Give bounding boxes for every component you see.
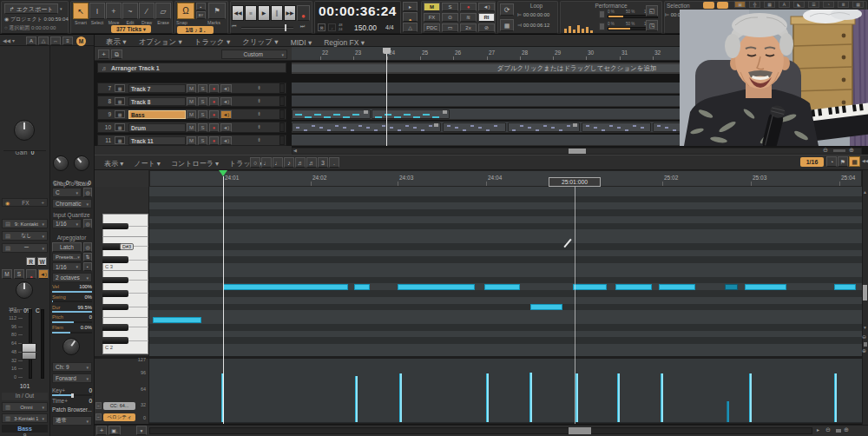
webcam-overlay (680, 10, 868, 146)
velocity-bar[interactable] (749, 373, 752, 422)
black-key-row-stripe (149, 290, 862, 297)
prv-hscrollbar[interactable] (149, 427, 812, 434)
piano-black-key[interactable] (102, 277, 128, 284)
black-key-tag: D#3 (120, 243, 134, 250)
velocity-bar[interactable] (617, 373, 620, 422)
piano-black-key[interactable] (102, 324, 128, 331)
prv-zoom-out-v-icon[interactable]: ⊖ (862, 334, 866, 340)
white-key-divider (102, 270, 148, 271)
add-controller-lane-button[interactable]: + (96, 426, 107, 435)
black-key-row-stripe (149, 256, 862, 263)
piano-black-key[interactable] (102, 223, 128, 230)
white-key-divider (128, 260, 148, 261)
white-key-divider (128, 340, 148, 341)
piano-black-key[interactable] (102, 290, 128, 297)
white-key-divider (128, 293, 148, 294)
piano-black-key[interactable] (102, 337, 128, 344)
midi-note[interactable] (573, 284, 607, 290)
velocity-bar[interactable] (355, 376, 358, 422)
lane-collapse-button[interactable]: − (95, 413, 102, 420)
controller-chip-1[interactable]: ベロシティ (103, 413, 135, 421)
velocity-lane[interactable] (149, 359, 862, 424)
midi-note[interactable] (153, 317, 201, 323)
collapse-lane-button[interactable]: ▼ (136, 426, 147, 435)
prv-edit-cursor-line (575, 187, 575, 424)
piano-white-keys[interactable] (102, 214, 148, 354)
white-key-divider (128, 280, 148, 281)
black-key-row-stripe (149, 196, 862, 203)
midi-note[interactable] (745, 284, 786, 290)
prv-vscroll-up-icon[interactable]: ▲ (863, 189, 867, 195)
velocity-scale-label: 96 (95, 370, 146, 375)
controller-chip-0[interactable]: CC: 64... (103, 402, 135, 410)
black-key-row-stripe (149, 337, 862, 344)
prv-zoom-in-v-icon[interactable]: ⊕ (862, 347, 866, 353)
prv-vscroll-thumb[interactable] (863, 285, 867, 301)
piano-black-key[interactable] (102, 256, 128, 263)
black-key-row-stripe (149, 243, 862, 250)
prv-vscroll-down-icon[interactable]: ▼ (863, 325, 867, 330)
white-key-divider (128, 226, 148, 227)
velocity-bar[interactable] (834, 373, 837, 422)
prv-zoom-in-h-icon[interactable]: ⊕ (844, 426, 849, 433)
black-key-row-stripe (149, 277, 862, 284)
piano-black-key[interactable] (102, 304, 128, 311)
velocity-bar[interactable] (399, 373, 402, 422)
prv-zoom-out-h-icon[interactable]: ⊖ (825, 426, 831, 433)
midi-note[interactable] (398, 284, 475, 290)
prv-hscroll-thumb[interactable] (569, 427, 591, 434)
key-label-C2: C 2 (105, 345, 113, 350)
velocity-bar[interactable] (529, 373, 532, 422)
prv-scroll-right-icon[interactable]: ▸ (817, 426, 819, 433)
daw-window: ↱ エクスポート ▾ ◉ プロジェクト 0:00:59:04 ○ 選択範囲 0:… (0, 0, 868, 436)
midi-note[interactable] (615, 284, 652, 290)
lane-collapse-button[interactable]: − (95, 402, 102, 409)
black-key-row-stripe (149, 304, 862, 311)
white-key-divider (128, 307, 148, 307)
velocity-bar[interactable] (661, 373, 663, 422)
midi-note[interactable] (659, 284, 695, 290)
controller-lane-options-button[interactable]: ▣, (108, 426, 121, 435)
midi-note[interactable] (223, 284, 348, 290)
white-key-divider (128, 327, 148, 327)
prv-edit-cursor-time: 25:01:000 (549, 177, 601, 187)
midi-note[interactable] (354, 284, 370, 290)
black-key-row-stripe (149, 324, 862, 331)
velocity-bar[interactable] (575, 373, 578, 422)
midi-note[interactable] (834, 284, 856, 290)
velocity-bar[interactable] (486, 373, 489, 422)
midi-note[interactable] (530, 304, 562, 310)
prv-zoom-slider-h[interactable] (836, 429, 841, 433)
white-key-divider (102, 317, 148, 318)
midi-note[interactable] (725, 284, 738, 290)
white-key-divider (102, 236, 148, 237)
velocity-scale-label: 64 (95, 386, 146, 392)
velocity-scale-label: 127 (95, 357, 146, 362)
key-label-C3: C 3 (105, 264, 113, 269)
black-key-row-stripe (149, 209, 862, 216)
prv-playhead-line (223, 176, 224, 424)
black-key-row-stripe (149, 223, 862, 230)
velocity-zero-line (149, 422, 862, 423)
midi-note[interactable] (484, 284, 520, 290)
prv-zoom-slider-v[interactable] (864, 342, 867, 347)
velocity-bar[interactable] (727, 401, 729, 422)
